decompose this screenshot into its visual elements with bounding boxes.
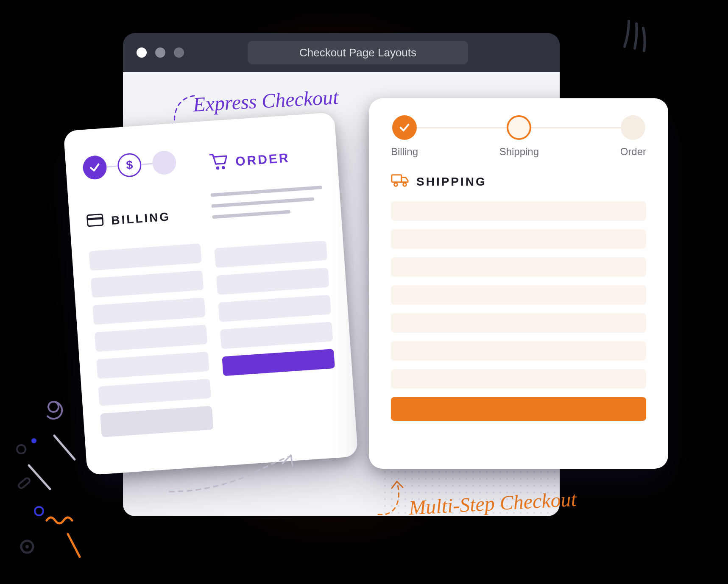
input-field[interactable]: [216, 268, 329, 295]
input-field[interactable]: [391, 229, 646, 249]
billing-heading: BILLING: [85, 194, 200, 243]
window-controls: [137, 47, 184, 58]
order-heading: ORDER: [206, 130, 322, 189]
express-progress: $: [81, 139, 196, 190]
svg-line-9: [54, 436, 75, 459]
step-circle-current: [507, 115, 531, 140]
input-field[interactable]: [218, 295, 332, 322]
svg-point-14: [25, 545, 29, 548]
input-field[interactable]: [95, 325, 208, 352]
multi-step-checkout-card: Billing Shipping Order SHIPPING: [369, 98, 668, 469]
check-icon: [399, 122, 410, 133]
submit-button[interactable]: [222, 349, 335, 376]
input-field[interactable]: [89, 244, 202, 271]
svg-line-15: [68, 534, 80, 557]
progress-line: [141, 163, 152, 165]
order-heading-text: ORDER: [235, 151, 290, 169]
cart-icon: [208, 151, 229, 175]
shipping-heading-text: SHIPPING: [416, 175, 487, 189]
svg-point-5: [394, 183, 398, 186]
input-field[interactable]: [391, 341, 646, 361]
svg-point-12: [35, 507, 43, 515]
step-label: Shipping: [499, 146, 539, 158]
decorative-doodles: [8, 386, 119, 564]
svg-point-6: [403, 183, 407, 186]
express-step-next[interactable]: [151, 150, 177, 175]
input-field[interactable]: [391, 285, 646, 305]
billing-heading-text: BILLING: [111, 210, 171, 228]
input-field[interactable]: [220, 322, 333, 349]
step-label: Order: [620, 146, 646, 158]
multi-step-progress: Billing Shipping Order: [391, 115, 646, 158]
step-circle-next: [621, 115, 645, 140]
skeleton-line: [212, 210, 290, 219]
input-field[interactable]: [391, 369, 646, 389]
page-title: Checkout Page Layouts: [299, 46, 416, 59]
input-field[interactable]: [391, 257, 646, 277]
traffic-dot-zoom[interactable]: [174, 47, 184, 58]
step-circle-done: [392, 115, 417, 140]
traffic-dot-minimize[interactable]: [155, 47, 165, 58]
card-icon: [86, 214, 104, 231]
sparkle-icon: [616, 13, 658, 55]
svg-rect-11: [18, 477, 31, 489]
svg-point-8: [17, 445, 25, 453]
continue-button[interactable]: [391, 397, 646, 421]
shipping-heading: SHIPPING: [391, 173, 646, 190]
progress-line: [106, 165, 117, 167]
traffic-dot-close[interactable]: [137, 47, 147, 58]
step-billing[interactable]: Billing: [391, 115, 418, 158]
skeleton-line: [211, 197, 314, 208]
check-icon: [89, 161, 101, 174]
svg-rect-2: [87, 214, 103, 226]
svg-line-10: [29, 465, 50, 489]
input-field[interactable]: [215, 241, 328, 268]
svg-point-1: [222, 166, 225, 169]
input-field[interactable]: [96, 352, 209, 379]
step-shipping[interactable]: Shipping: [499, 115, 539, 158]
address-bar[interactable]: Checkout Page Layouts: [248, 41, 468, 64]
input-field[interactable]: [391, 201, 646, 221]
step-label: Billing: [391, 146, 418, 158]
input-field[interactable]: [92, 298, 206, 325]
step-order[interactable]: Order: [620, 115, 646, 158]
express-step-done[interactable]: [82, 155, 108, 181]
svg-rect-3: [87, 217, 103, 220]
express-step-payment[interactable]: $: [117, 153, 142, 178]
svg-point-7: [31, 438, 36, 443]
arrow-under-express-icon: [165, 449, 301, 500]
order-summary-lines: [210, 186, 325, 239]
input-field[interactable]: [391, 313, 646, 333]
dollar-icon: $: [126, 158, 133, 172]
order-fields: [215, 241, 340, 448]
shipping-fields: [391, 201, 646, 421]
truck-icon: [391, 173, 409, 190]
svg-point-0: [216, 166, 219, 170]
input-field[interactable]: [91, 271, 204, 298]
svg-rect-4: [392, 175, 402, 182]
browser-titlebar: Checkout Page Layouts: [123, 33, 560, 72]
